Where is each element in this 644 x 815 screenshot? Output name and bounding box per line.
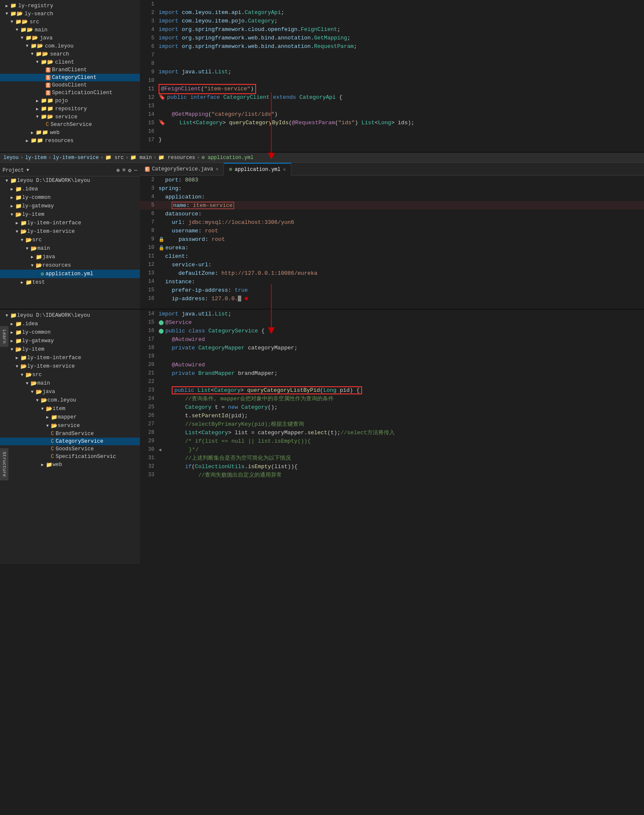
breadcrumb-ly-item-service[interactable]: ly-item-service [53, 155, 99, 161]
folder-open-icon: 📂 [41, 114, 53, 120]
folder-open-icon: 📂 [20, 228, 27, 235]
sidebar2-item-leyou[interactable]: 📁 leyou D:\IDEAWORK\leyou [0, 176, 140, 185]
structure-tab[interactable]: Structure [0, 448, 8, 480]
close-icon[interactable]: ✕ [216, 166, 219, 172]
breadcrumb-resources[interactable]: 📁 resources [158, 154, 195, 161]
arrow-icon [19, 238, 25, 243]
sidebar2-item-idea[interactable]: 📁 .idea [0, 185, 140, 193]
sidebar-item-goods-client[interactable]: I GoodsClient [0, 81, 140, 89]
arrow-icon [8, 187, 15, 192]
folder-icon: 📁 [36, 254, 42, 260]
sidebar3-item-src[interactable]: 📂 src [0, 371, 140, 379]
sidebar2-item-main[interactable]: 📂 main [0, 244, 140, 253]
arrow-icon [3, 179, 10, 183]
sidebar2-item-ly-gateway[interactable]: 📁 ly-gateway [0, 202, 140, 210]
sidebar2-item-src[interactable]: 📂 src [0, 236, 140, 244]
sidebar-item-main[interactable]: 📂 main [0, 26, 140, 34]
sidebar-item-ly-registry[interactable]: ly-registry [0, 2, 140, 10]
folder-icon: 📁 [10, 177, 17, 184]
sidebar-item-src[interactable]: 📂 src [0, 18, 140, 26]
sidebar3-item-ly-common[interactable]: 📁 ly-common [0, 328, 140, 337]
sidebar-item-label: ly-gateway [22, 203, 54, 209]
sidebar2-item-java[interactable]: 📁 java [0, 253, 140, 261]
code-line-2: 2 import com.leyou.item.api.CategoryApi; [140, 8, 644, 17]
panel-1: ly-registry 📂 ly-search 📂 src 📂 main 📂 j… [0, 0, 644, 153]
sidebar3-item-java[interactable]: 📂 java [0, 388, 140, 396]
sidebar3-item-web[interactable]: 📁 web [0, 461, 140, 469]
add-icon[interactable]: ⊕ [117, 167, 120, 174]
sidebar2-item-test[interactable]: 📁 test [0, 278, 140, 287]
breadcrumb-main[interactable]: 📁 main [130, 154, 152, 161]
sidebar3-item-leyou[interactable]: 📁 leyou D:\IDEAWORK\leyou [0, 311, 140, 320]
code-line-13: 13 [140, 102, 644, 110]
sidebar2-item-ly-item-service[interactable]: 📂 ly-item-service [0, 227, 140, 236]
sidebar-item-label: GoodsClient [52, 82, 87, 88]
tabs-bar: C CategoryService.java ✕ ⚙ application.y… [140, 163, 644, 176]
sidebar-item-label: ly-item-service [27, 363, 75, 369]
sidebar2-item-resources[interactable]: 📂 resources [0, 261, 140, 270]
sidebar3-item-ly-item-service[interactable]: 📂 ly-item-service [0, 362, 140, 371]
folder-icon [10, 3, 17, 9]
sidebar3-item-specification-service[interactable]: C SpecificationServic [0, 453, 140, 461]
sidebar3-item-category-service[interactable]: C CategoryService [0, 438, 140, 445]
breadcrumb-src[interactable]: 📁 src [105, 154, 124, 161]
code-line-22: 22 [140, 377, 644, 386]
menu-icon[interactable]: ≡ [123, 167, 126, 173]
sidebar3-item-goods-service[interactable]: C GoodsService [0, 445, 140, 453]
sidebar-item-ly-search[interactable]: 📂 ly-search [0, 10, 140, 18]
sidebar3-item-service[interactable]: 📂 service [0, 421, 140, 430]
sidebar-item-specification-client[interactable]: I SpecificationClient [0, 89, 140, 97]
sidebar-item-label: ly-common [22, 329, 51, 335]
sidebar-item-repository[interactable]: 📁 repository [0, 105, 140, 113]
folder-icon: 📁 [36, 129, 48, 136]
tab-application-yml[interactable]: ⚙ application.yml ✕ [224, 163, 291, 176]
sidebar3-item-brand-service[interactable]: C BrandService [0, 430, 140, 438]
sidebar2-item-application-yml[interactable]: ⚙ application.yml [0, 270, 140, 278]
code-line-5: 5 import org.springframework.web.bind.an… [140, 34, 644, 42]
arrow-icon [24, 381, 31, 386]
close-icon[interactable]: ✕ [283, 167, 286, 172]
sidebar-item-pojo[interactable]: 📁 pojo [0, 97, 140, 105]
sidebar3-item-ly-gateway[interactable]: 📁 ly-gateway [0, 337, 140, 345]
sidebar-item-brand-client[interactable]: I BrandClient [0, 66, 140, 74]
sidebar-item-java[interactable]: 📂 java [0, 34, 140, 42]
learn-tab[interactable]: Learn [0, 326, 8, 347]
sidebar3-item-main[interactable]: 📂 main [0, 379, 140, 388]
sidebar-item-category-client[interactable]: I CategoryClient [0, 74, 140, 81]
sidebar2-item-ly-item[interactable]: 📂 ly-item [0, 210, 140, 219]
sidebar2-item-ly-common[interactable]: 📁 ly-common [0, 193, 140, 202]
sidebar3-item-com-leyou[interactable]: 📂 com.leyou [0, 396, 140, 405]
panel2-body: Project ▼ ⊕ ≡ ⚙ — 📁 leyou D:\IDEAWORK\le… [0, 163, 644, 309]
arrow-icon [24, 44, 31, 48]
settings-icon[interactable]: ⚙ [128, 167, 131, 174]
sidebar-item-service[interactable]: 📂 service [0, 113, 140, 121]
arrow-icon [8, 338, 15, 343]
sidebar2-item-ly-item-interface[interactable]: 📁 ly-item-interface [0, 219, 140, 227]
structure-tab-label: Structure [2, 452, 7, 477]
sidebar-item-com-leyou[interactable]: 📂 com.leyou [0, 42, 140, 50]
sidebar3-item-ly-item-interface[interactable]: 📁 ly-item-interface [0, 354, 140, 362]
sidebar-item-web[interactable]: 📁 web [0, 128, 140, 137]
sidebar-item-client[interactable]: 📂 client [0, 58, 140, 66]
sidebar-item-label: .idea [22, 186, 38, 192]
code-line-31: 31 //上述判断集合是否为空可简化为以下情况 [140, 454, 644, 462]
folder-open-icon: 📂 [20, 27, 33, 33]
minimize-icon[interactable]: — [134, 167, 137, 173]
tab-category-service[interactable]: C CategoryService.java ✕ [140, 163, 224, 176]
dropdown-icon[interactable]: ▼ [26, 168, 29, 173]
code-line-10: 10 🔒 eureka: [140, 243, 644, 252]
sidebar-item-search-service[interactable]: C SearchService [0, 121, 140, 128]
sidebar3-item-mapper[interactable]: 📁 mapper [0, 413, 140, 421]
breadcrumb-ly-item[interactable]: ly-item [25, 155, 46, 161]
sidebar3-item-ly-item[interactable]: 📂 ly-item [0, 345, 140, 354]
breadcrumb-application-yml[interactable]: ⚙ application.yml [202, 154, 254, 161]
sidebar-item-search[interactable]: 📂 search [0, 50, 140, 58]
sidebar3-item-idea[interactable]: 📁 .idea [0, 320, 140, 328]
sidebar-item-label: .idea [22, 321, 38, 327]
sidebar3-item-item[interactable]: 📂 item [0, 405, 140, 413]
breadcrumb-leyou[interactable]: leyou [3, 155, 19, 161]
folder-open-icon: 📂 [25, 371, 32, 378]
arrow-icon [44, 415, 51, 420]
sidebar-item-resources[interactable]: 📁 resources [0, 137, 140, 145]
sidebar-item-label: ly-item-interface [27, 220, 81, 226]
